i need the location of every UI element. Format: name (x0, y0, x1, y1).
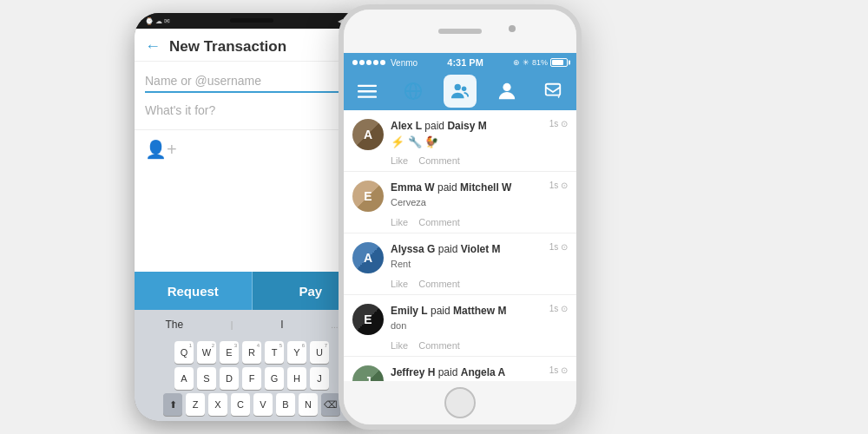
back-button[interactable]: ← (145, 37, 161, 56)
comment-button-1[interactable]: Comment (418, 155, 460, 166)
feed-item-4: E Emily L paid Matthew M 1s ⊙ don Like C… (344, 295, 576, 357)
suggestion-2[interactable]: I (280, 319, 283, 331)
name-input[interactable]: Name or @username (145, 70, 358, 93)
android-title: New Transaction (169, 38, 286, 56)
svg-point-6 (455, 84, 461, 90)
nav-compose-icon[interactable] (536, 75, 569, 108)
key-b[interactable]: B (276, 393, 295, 416)
key-u[interactable]: 7U (310, 341, 329, 364)
key-d[interactable]: D (220, 367, 239, 390)
signal-dot-4 (373, 60, 378, 65)
location-icon: ⊕ (513, 58, 520, 67)
android-phone: ⌚ ☁ ✉ ◀ ▮ 🔋 ← New Transaction Name or @u… (135, 13, 369, 421)
home-button[interactable] (444, 387, 476, 418)
feed-content-2: Emma W paid Mitchell W 1s ⊙ Cerveza (391, 181, 568, 207)
feed-item-3-top: A Alyssa G paid Violet M 1s ⊙ Rent (352, 242, 568, 273)
key-q[interactable]: 1Q (174, 341, 194, 364)
keyboard: 1Q 2W 3E 4R 5T 6Y 7U A S D F G H J ⬆ Z X (135, 339, 369, 421)
android-action-bar: Request Pay (135, 272, 369, 310)
iphone-screen: Venmo 4:31 PM ⊕ ✳ 81% (344, 53, 576, 381)
feed-time-3: 1s ⊙ (549, 242, 568, 252)
android-status-left: ⌚ ☁ ✉ (145, 17, 170, 25)
keyboard-suggestions-bar: The | I ... (135, 310, 369, 339)
signal-dot-5 (380, 60, 385, 65)
android-input-area: Name or @username What's it for? (135, 62, 369, 130)
iphone-speaker (438, 29, 482, 34)
feed-actions-2: Like Comment (352, 217, 568, 227)
feed-item-5-top: J Jeffrey H paid Angela A 1s ⊙ Dunk and … (352, 365, 568, 381)
key-v[interactable]: V (253, 393, 273, 416)
feed-time-1: 1s ⊙ (549, 119, 568, 128)
feed-actions-3: Like Comment (352, 279, 568, 289)
android-speaker (230, 18, 273, 23)
nav-people-icon[interactable] (444, 75, 477, 108)
like-button-2[interactable]: Like (391, 217, 408, 227)
feed-item-2-top: E Emma W paid Mitchell W 1s ⊙ Cerveza (352, 181, 568, 212)
feed-header-2: Emma W paid Mitchell W 1s ⊙ (391, 181, 568, 195)
nav-menu-icon[interactable] (351, 75, 384, 108)
feed-header-3: Alyssa G paid Violet M 1s ⊙ (391, 242, 568, 257)
signal-dot-3 (366, 60, 372, 65)
nav-person-icon[interactable] (490, 75, 523, 108)
android-status-bar: ⌚ ☁ ✉ ◀ ▮ 🔋 (135, 13, 369, 29)
feed-desc-3: Rent (391, 259, 568, 269)
iphone-nav-bar (344, 72, 576, 110)
feed-item-1: A Alex L paid Daisy M 1s ⊙ ⚡ 🔧 🐓 Like Co… (344, 110, 576, 172)
feed-time-5: 1s ⊙ (549, 365, 568, 375)
feed-item-2: E Emma W paid Mitchell W 1s ⊙ Cerveza Li… (344, 172, 576, 233)
key-a[interactable]: A (174, 367, 194, 390)
key-c[interactable]: C (231, 393, 250, 416)
key-t[interactable]: 5T (265, 341, 284, 364)
feed-actions-1: Like Comment (352, 155, 568, 166)
comment-button-2[interactable]: Comment (418, 217, 460, 227)
feed-names-2: Emma W paid Mitchell W (391, 181, 511, 195)
bluetooth-icon: ✳ (523, 58, 529, 67)
feed-desc-2: Cerveza (391, 197, 568, 207)
keyboard-row-1: 1Q 2W 3E 4R 5T 6Y 7U (135, 339, 369, 365)
feed-content-5: Jeffrey H paid Angela A 1s ⊙ Dunk and ch… (391, 365, 568, 381)
signal-dot-2 (359, 60, 365, 65)
avatar-alyssa: A (352, 242, 384, 273)
avatar-emma: E (352, 181, 384, 212)
avatar-jeffrey: J (352, 365, 384, 381)
key-shift[interactable]: ⬆ (163, 393, 182, 416)
iphone-top (344, 10, 576, 53)
key-j[interactable]: J (310, 367, 329, 390)
key-n[interactable]: N (299, 393, 318, 416)
suggestion-1[interactable]: The (165, 319, 183, 331)
status-icons: ⊕ ✳ 81% (513, 58, 568, 67)
iphone-camera (509, 25, 516, 32)
key-f[interactable]: F (242, 367, 261, 390)
key-g[interactable]: G (265, 367, 284, 390)
key-y[interactable]: 6Y (287, 341, 306, 364)
avatar-emily: E (352, 304, 384, 335)
comment-button-4[interactable]: Comment (418, 340, 460, 351)
like-button-4[interactable]: Like (391, 340, 408, 351)
key-w[interactable]: 2W (197, 341, 216, 364)
keyboard-row-2: A S D F G H J (135, 365, 369, 391)
android-people-section: 👤+ (135, 130, 369, 272)
key-delete[interactable]: ⌫ (321, 393, 340, 416)
purpose-input[interactable]: What's it for? (145, 100, 358, 121)
feed-names-3: Alyssa G paid Violet M (391, 242, 501, 257)
feed-item-1-top: A Alex L paid Daisy M 1s ⊙ ⚡ 🔧 🐓 (352, 119, 568, 150)
key-s[interactable]: S (197, 367, 216, 390)
feed-desc-1: ⚡ 🔧 🐓 (391, 135, 568, 148)
avatar-alex: A (352, 119, 384, 150)
key-x[interactable]: X (208, 393, 227, 416)
iphone-bottom (344, 381, 576, 424)
feed-header-5: Jeffrey H paid Angela A 1s ⊙ (391, 365, 568, 380)
key-h[interactable]: H (287, 367, 306, 390)
request-button[interactable]: Request (135, 272, 252, 310)
key-z[interactable]: Z (186, 393, 205, 416)
feed-actions-4: Like Comment (352, 340, 568, 351)
add-people-icon[interactable]: 👤+ (145, 139, 177, 160)
key-r[interactable]: 4R (242, 341, 261, 364)
feed-item-4-top: E Emily L paid Matthew M 1s ⊙ don (352, 304, 568, 335)
feed-time-4: 1s ⊙ (549, 304, 568, 313)
nav-globe-icon[interactable] (397, 75, 430, 108)
key-e[interactable]: 3E (220, 341, 239, 364)
comment-button-3[interactable]: Comment (418, 279, 460, 289)
like-button-1[interactable]: Like (391, 155, 408, 166)
like-button-3[interactable]: Like (391, 279, 408, 289)
